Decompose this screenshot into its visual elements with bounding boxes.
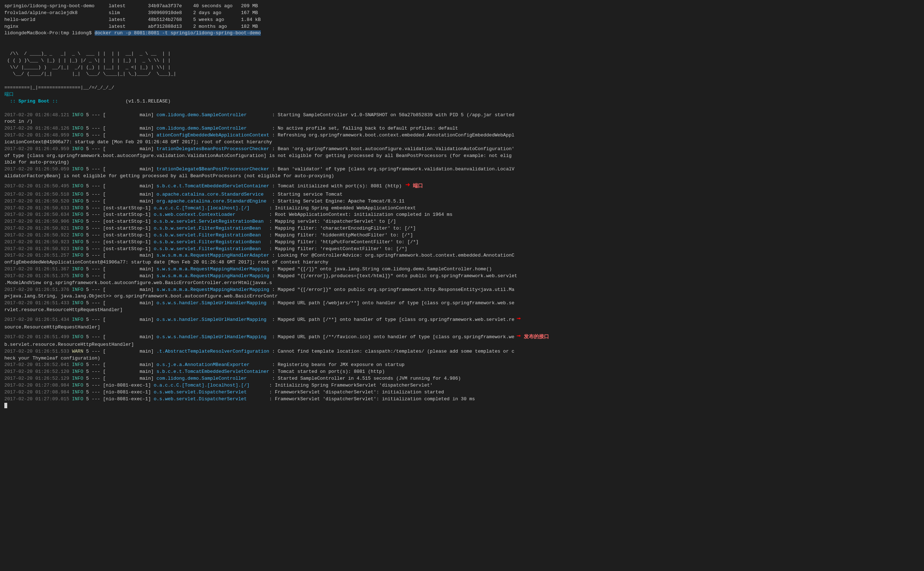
log-cont-3: icationContext@41906a77: startup date [M… [4,139,920,146]
log-line-23: 2017-02-20 01:26:52.041 INFO 5 --- [ mai… [4,362,920,369]
log-cont-18: p<java.lang.String, java.lang.Object>> o… [4,293,920,300]
log-line-3: 2017-02-20 01:26:48.959 INFO 5 --- [ mai… [4,132,920,139]
port-annotation: 端口 [413,183,423,188]
log-cont-22: heck your Thymeleaf configuration) [4,355,920,362]
interface-arrow-container: 2017-02-20 01:26:51.434 INFO 5 --- [ mai… [4,314,920,324]
log-line-tomcat-port: 2017-02-20 01:26:50.495 INFO 5 --- [ mai… [4,180,920,191]
log-line-6: 2017-02-20 01:26:50.518 INFO 5 --- [ mai… [4,191,920,198]
log-line-24: 2017-02-20 01:26:52.120 INFO 5 --- [ mai… [4,369,920,375]
spring-label: 端口 [4,91,920,98]
blank-line-2 [4,105,920,112]
port-arrow: ➜ [405,181,410,190]
docker-image-row-3: hello-world latest 48b5124b2768 5 weeks … [4,17,920,23]
log-cont-4b: ible for auto-proxying) [4,159,920,166]
docker-image-row-1: springio/lidong-spring-boot-demo latest … [4,3,920,10]
log-cont-20: source.ResourceHttpRequestHandler] [4,324,920,331]
log-line-25: 2017-02-20 01:26:52.129 INFO 5 --- [ mai… [4,375,920,382]
interface-arrow-2: ➟ [517,332,521,340]
log-line-1: 2017-02-20 01:26:48.121 INFO 5 --- [ mai… [4,112,920,119]
ascii-line-3: \\/ |_____) ) __/|_| _/| (_) | |__| | _ … [4,65,170,70]
log-line-26: 2017-02-20 01:27:08.984 INFO 5 --- [nio-… [4,382,920,389]
blank-line [4,37,920,44]
log-cont-19: rvlet.resource.ResourceHttpRequestHandle… [4,307,920,314]
spring-divider: =========|_|===============|__/=/_/_/_/ [4,85,920,91]
log-line-15: 2017-02-20 01:26:51.257 INFO 5 --- [ mai… [4,252,920,259]
interface-annotation: 发布的接口 [524,333,549,339]
log-line-12: 2017-02-20 01:26:50.922 INFO 5 --- [ost-… [4,232,920,239]
log-line-19: 2017-02-20 01:26:51.433 INFO 5 --- [ mai… [4,300,920,307]
log-line-10: 2017-02-20 01:26:50.906 INFO 5 --- [ost-… [4,218,920,225]
spring-boot-line: :: Spring Boot :: (v1.5.1.RELEASE) [4,98,920,105]
ascii-art-block: /\\ / ____)_ _ _| _ \ ___ | | | | __| _ … [4,44,920,85]
log-line-13: 2017-02-20 01:26:50.923 INFO 5 --- [ost-… [4,239,920,246]
log-line-17: 2017-02-20 01:26:51.375 INFO 5 --- [ mai… [4,273,920,280]
log-cont-21: b.servlet.resource.ResourceHttpRequestHa… [4,341,920,348]
docker-command: docker run -p 8081:8081 -t springio/lido… [94,30,261,36]
cursor-line [4,403,920,409]
log-cont-15: onfigEmbeddedWebApplicationContext@41906… [4,259,920,266]
log-cont-4a: of type [class org.springframework.boot.… [4,153,920,159]
log-line-16: 2017-02-20 01:26:51.367 INFO 5 --- [ mai… [4,266,920,273]
log-cont-5: alidatorFactoryBean] is not eligible for… [4,173,920,180]
log-line-4: 2017-02-20 01:26:49.959 INFO 5 --- [ mai… [4,146,920,153]
ascii-line-2: ( ( ) )\___ \ |_) | | |_) |/ _ \| | | | … [4,58,170,63]
log-line-11: 2017-02-20 01:26:50.921 INFO 5 --- [ost-… [4,225,920,232]
log-line-7: 2017-02-20 01:26:50.520 INFO 5 --- [ mai… [4,198,920,205]
log-line-14: 2017-02-20 01:26:50.923 INFO 5 --- [ost-… [4,246,920,253]
log-line-9: 2017-02-20 01:26:50.634 INFO 5 --- [ost-… [4,211,920,218]
log-line-28: 2017-02-20 01:27:09.015 INFO 5 --- [nio-… [4,396,920,403]
log-line-2: 2017-02-20 01:26:48.126 INFO 5 --- [ mai… [4,125,920,132]
log-cont-17: .ModelAndView org.springframework.boot.a… [4,280,920,287]
ascii-line-4: \__/ (____/|_| |_| \___/ \____|_| \_)___… [4,71,176,77]
command-prompt: lidongdeMacBook-Pro:tmp lidong$ docker r… [4,30,920,37]
interface-arrow-1: ➟ [517,315,521,323]
terminal-window: springio/lidong-spring-boot-demo latest … [0,0,924,571]
spring-boot-label: 端口 [4,92,14,97]
log-line-22: 2017-02-20 01:26:51.533 WARN 5 --- [ mai… [4,348,920,355]
ascii-line-1: /\\ / ____)_ _ _| _ \ ___ | | | | __| _ … [4,51,170,56]
log-line-8: 2017-02-20 01:26:50.633 INFO 5 --- [ost-… [4,205,920,212]
docker-image-row-4: nginx latest abf312888d13 2 months ago 1… [4,23,920,30]
favicon-arrow-container: 2017-02-20 01:26:51.499 INFO 5 --- [ mai… [4,331,920,341]
log-cont-1: root in /) [4,118,920,125]
log-line-27: 2017-02-20 01:27:08.984 INFO 5 --- [nio-… [4,389,920,396]
log-line-18: 2017-02-20 01:26:51.376 INFO 5 --- [ mai… [4,287,920,293]
docker-image-row-2: frolvlad/alpine-oraclejdk8 slim 39096091… [4,10,920,17]
log-line-20: 2017-02-20 01:26:51.434 INFO 5 --- [ mai… [4,314,920,324]
tomcat-port-container: 2017-02-20 01:26:50.495 INFO 5 --- [ mai… [4,180,920,191]
log-line-5: 2017-02-20 01:26:50.059 INFO 5 --- [ mai… [4,166,920,173]
log-line-21: 2017-02-20 01:26:51.499 INFO 5 --- [ mai… [4,331,920,341]
